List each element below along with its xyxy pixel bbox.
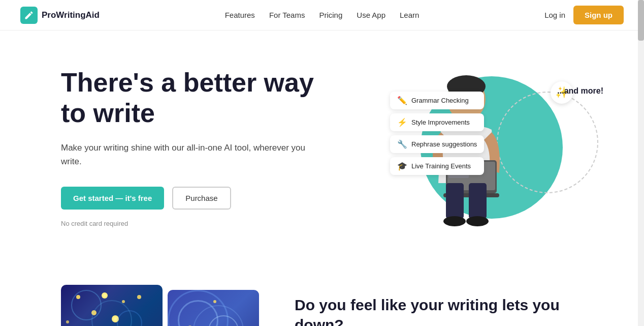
- nav-learn[interactable]: Learn: [400, 11, 419, 19]
- hero-title: There's a better way to write: [61, 68, 325, 129]
- hero-subtitle: Make your writing shine with our all-in-…: [61, 141, 325, 168]
- and-more-text: ...and more!: [557, 86, 603, 96]
- style-icon: ⚡: [397, 117, 407, 127]
- hero-right: ✨ ...and more! ✏️ Grammar Checking ⚡ Sty…: [390, 61, 603, 234]
- svg-rect-11: [469, 183, 487, 219]
- section-two-title: Do you feel like your writing lets you d…: [295, 295, 603, 326]
- nav-links: Features For Teams Pricing Use App Learn: [225, 11, 420, 19]
- logo-svg: [24, 10, 34, 20]
- feature-label-rephrase: Rephrase suggestions: [411, 140, 477, 148]
- feature-card-style: ⚡ Style Improvements: [390, 113, 484, 131]
- feature-card-rephrase: 🔧 Rephrase suggestions: [390, 135, 484, 153]
- nav-features[interactable]: Features: [225, 11, 255, 19]
- scrollbar[interactable]: [638, 0, 644, 326]
- training-icon: 🎓: [397, 161, 407, 171]
- login-link[interactable]: Log in: [544, 11, 565, 19]
- feature-card-grammar: ✏️ Grammar Checking: [390, 92, 484, 109]
- starry-bg: [61, 285, 163, 326]
- nav-pricing[interactable]: Pricing: [319, 11, 342, 19]
- rephrase-icon: 🔧: [397, 139, 407, 149]
- no-credit-text: No credit card required: [61, 220, 325, 227]
- feature-label-style: Style Improvements: [411, 118, 470, 126]
- nav-for-teams[interactable]: For Teams: [269, 11, 305, 19]
- abstract-card: [168, 290, 259, 326]
- nav-actions: Log in Sign up: [544, 6, 624, 24]
- svg-rect-10: [446, 183, 464, 219]
- logo[interactable]: ProWritingAid: [20, 7, 100, 24]
- hero-buttons: Get started — it's free Purchase: [61, 187, 325, 210]
- section-two: My idea in my head Do you feel like your…: [0, 264, 644, 326]
- navbar: ProWritingAid Features For Teams Pricing…: [0, 0, 644, 31]
- purchase-button[interactable]: Purchase: [172, 187, 231, 210]
- swirl-bg: [168, 290, 259, 326]
- feature-label-grammar: Grammar Checking: [411, 97, 469, 104]
- hero-section: There's a better way to write Make your …: [0, 31, 644, 264]
- logo-icon: [20, 7, 38, 24]
- feature-card-training: 🎓 Live Training Events: [390, 157, 484, 175]
- signup-button[interactable]: Sign up: [573, 6, 624, 24]
- grammar-icon: ✏️: [397, 96, 407, 105]
- feature-label-training: Live Training Events: [411, 162, 471, 170]
- svg-point-13: [466, 216, 489, 226]
- feature-cards: ✏️ Grammar Checking ⚡ Style Improvements…: [390, 92, 484, 175]
- get-started-button[interactable]: Get started — it's free: [61, 187, 164, 210]
- section-two-text: Do you feel like your writing lets you d…: [295, 285, 603, 326]
- scrollbar-thumb[interactable]: [638, 0, 644, 41]
- hero-illustration: ✨ ...and more! ✏️ Grammar Checking ⚡ Sty…: [390, 61, 603, 234]
- section-two-images: My idea in my head: [61, 285, 254, 326]
- svg-point-12: [443, 216, 466, 226]
- logo-text: ProWritingAid: [42, 10, 100, 20]
- starry-night-card: [61, 285, 163, 326]
- hero-left: There's a better way to write Make your …: [61, 68, 325, 227]
- nav-use-app[interactable]: Use App: [357, 11, 385, 19]
